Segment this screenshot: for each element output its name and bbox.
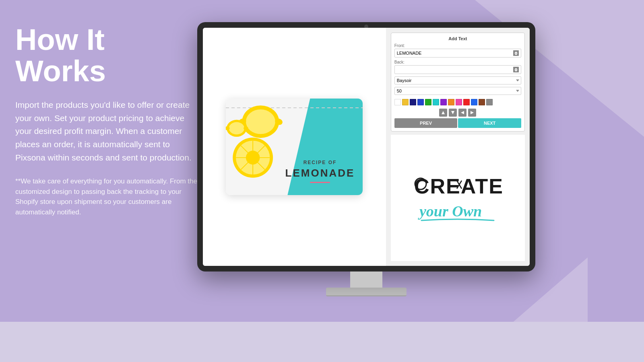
create-svg: CREATE	[413, 173, 502, 197]
panel-nav-buttons: PREV NEXT	[394, 118, 521, 128]
lemonade-label: LEMONADE	[285, 167, 355, 179]
next-button[interactable]: NEXT	[458, 118, 521, 128]
back-scroll-up	[514, 68, 518, 70]
product-preview-area: RECIPE OF LEMONADE	[203, 28, 386, 266]
color-swatches	[394, 97, 521, 107]
monitor-wrapper: RECIPE OF LEMONADE Add Text Front:	[197, 22, 559, 336]
back-field-group: Back:	[394, 60, 521, 74]
scroll-control[interactable]	[513, 50, 519, 56]
svg-marker-16	[451, 111, 454, 114]
svg-text:your Own: your Own	[418, 203, 482, 220]
swatch-yellow[interactable]	[402, 99, 409, 105]
lemons-illustration	[226, 99, 291, 195]
font-select[interactable]: Baysoir	[394, 76, 521, 84]
heading-line1: How It	[15, 24, 200, 56]
swatch-blue[interactable]	[417, 99, 424, 105]
swatch-pink[interactable]	[456, 99, 462, 105]
font-field-group: Baysoir	[394, 76, 521, 84]
scroll-up-arrow	[514, 51, 518, 53]
swatch-green[interactable]	[425, 99, 431, 105]
back-scroll-down	[514, 70, 518, 72]
create-logo-area: CREATE your Own	[391, 135, 525, 261]
product-case: RECIPE OF LEMONADE	[226, 99, 363, 195]
prev-button[interactable]: PREV	[394, 118, 458, 128]
product-text: RECIPE OF LEMONADE	[285, 160, 355, 183]
back-scroll-control[interactable]	[513, 67, 519, 72]
arrow-down-btn[interactable]	[449, 109, 457, 117]
monitor-outer: RECIPE OF LEMONADE Add Text Front:	[197, 22, 535, 272]
panel-header: Add Text	[394, 36, 521, 41]
size-select-wrapper: 50	[394, 87, 521, 95]
svg-point-14	[244, 126, 249, 130]
svg-marker-15	[442, 111, 445, 114]
description-text: Import the products you'd like to offer …	[15, 99, 200, 164]
arrow-left-btn[interactable]	[458, 109, 466, 117]
svg-point-1	[246, 109, 275, 134]
footnote-text: **We take care of everything for you aut…	[15, 176, 200, 217]
recipe-label: RECIPE OF	[285, 160, 355, 165]
swatch-orange[interactable]	[448, 99, 454, 105]
svg-point-10	[246, 151, 260, 165]
position-arrows	[394, 107, 521, 118]
monitor-stand-base	[326, 288, 407, 296]
back-label: Back:	[394, 60, 521, 64]
swatch-purple[interactable]	[440, 99, 447, 105]
svg-text:CREATE: CREATE	[414, 175, 502, 197]
svg-marker-18	[471, 111, 474, 114]
swatch-navy[interactable]	[410, 99, 416, 105]
front-input[interactable]: LEMONADE	[394, 49, 521, 58]
ui-panel: Add Text Front: LEMONADE	[386, 28, 530, 266]
arrow-up-btn[interactable]	[439, 109, 447, 117]
heading-line2: Works	[15, 56, 200, 87]
swatch-gray[interactable]	[486, 99, 493, 105]
swatch-red[interactable]	[463, 99, 470, 105]
svg-marker-17	[461, 111, 464, 114]
size-field-group: 50	[394, 87, 521, 95]
left-content: How It Works Import the products you'd l…	[15, 24, 200, 217]
font-select-wrapper: Baysoir	[394, 76, 521, 84]
product-case-bg: RECIPE OF LEMONADE	[226, 99, 363, 195]
swatch-brown[interactable]	[479, 99, 485, 105]
swatch-white[interactable]	[394, 99, 401, 105]
your-own-svg: your Own	[417, 200, 498, 222]
svg-point-12	[229, 122, 244, 135]
arrow-right-btn[interactable]	[468, 109, 476, 117]
monitor-stand-neck	[350, 272, 382, 288]
size-select[interactable]: 50	[394, 87, 521, 95]
create-your-own-logo: CREATE your Own	[413, 173, 502, 223]
back-input[interactable]	[394, 65, 521, 74]
pink-underline	[310, 182, 330, 183]
add-text-panel: Add Text Front: LEMONADE	[391, 33, 525, 132]
swatch-bright-blue[interactable]	[471, 99, 477, 105]
monitor-screen: RECIPE OF LEMONADE Add Text Front:	[203, 28, 530, 266]
front-label: Front:	[394, 43, 521, 48]
front-field-group: Front: LEMONADE	[394, 43, 521, 58]
create-text: CREATE	[413, 173, 502, 200]
front-input-value: LEMONADE	[397, 51, 422, 56]
swatch-teal[interactable]	[433, 99, 439, 105]
main-heading: How It Works	[15, 24, 200, 86]
scroll-down-arrow	[514, 53, 518, 55]
